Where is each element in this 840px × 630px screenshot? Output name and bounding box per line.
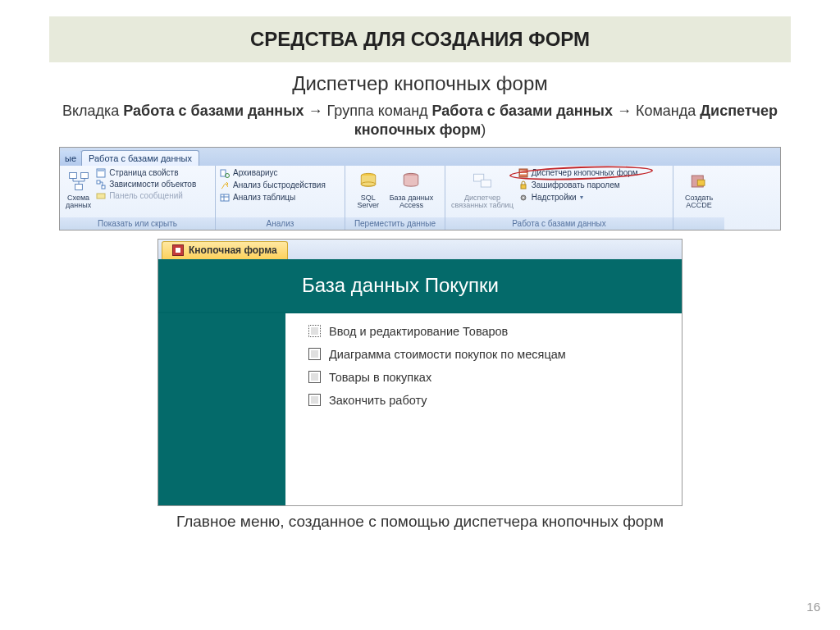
switchboard-form-screenshot: Кнопочная форма База данных Покупки Ввод… xyxy=(158,239,682,506)
form-titlebar: Кнопочная форма xyxy=(158,240,682,259)
messages-icon xyxy=(96,191,106,201)
path-b2: Работа с базами данных xyxy=(432,103,613,119)
svg-rect-19 xyxy=(521,185,526,189)
linked-tables-label: Диспетчерсвязанных таблиц xyxy=(451,194,514,210)
path-p4: ) xyxy=(481,121,486,138)
gear-icon xyxy=(518,193,528,203)
form-tab-label: Кнопочная форма xyxy=(189,244,277,256)
linked-tables-icon xyxy=(471,170,494,193)
svg-rect-0 xyxy=(69,172,76,178)
form-sidebar xyxy=(158,313,285,505)
schema-label: Схемаданных xyxy=(66,194,91,210)
svg-rect-23 xyxy=(697,180,705,185)
group-analysis-label: Анализ xyxy=(216,217,345,230)
group-move-label: Переместить данные xyxy=(345,217,445,230)
dependencies-item[interactable]: Зависимости объектов xyxy=(96,180,196,189)
ribbon-group-show: Схемаданных Страница свойств Зависимости… xyxy=(60,166,216,230)
switchboard-manager-item[interactable]: Диспетчер кнопочных форм xyxy=(518,168,638,178)
sql-server-button[interactable]: SQLServer xyxy=(355,168,381,212)
table-analysis-label: Анализ таблицы xyxy=(233,193,295,202)
menu-item-1-label: Ввод и редактирование Товаров xyxy=(329,325,508,338)
sql-server-icon xyxy=(357,170,380,193)
form-tab-icon xyxy=(172,244,184,256)
path-text: Вкладка Работа с базами данных → Группа … xyxy=(25,102,815,140)
perf-icon xyxy=(220,180,230,190)
perf-analysis-item[interactable]: Анализ быстродействия xyxy=(220,180,326,190)
form-header: База данных Покупки xyxy=(158,259,682,312)
menu-item-4-label: Закончить работу xyxy=(329,394,427,407)
addins-item[interactable]: Надстройки▾ xyxy=(518,193,638,203)
accde-label: СоздатьACCDE xyxy=(685,194,713,210)
properties-label: Страница свойств xyxy=(109,168,178,177)
dependencies-icon xyxy=(96,180,106,189)
slide-title: СРЕДСТВА ДЛЯ СОЗДАНИЯ ФОРМ xyxy=(49,16,791,62)
checkbox-icon xyxy=(308,371,321,383)
chevron-down-icon: ▾ xyxy=(580,194,583,201)
accde-icon xyxy=(687,170,710,193)
group-accde-label xyxy=(673,217,724,230)
menu-item-1[interactable]: Ввод и редактирование Товаров xyxy=(308,325,682,338)
svg-rect-17 xyxy=(520,171,527,172)
ribbon-tab-active[interactable]: Работа с базами данных xyxy=(81,150,199,166)
group-work-label: Работа с базами данных xyxy=(445,217,673,230)
messages-panel-item[interactable]: Панель сообщений xyxy=(96,191,196,201)
schema-button[interactable]: Схемаданных xyxy=(64,168,93,212)
switchboard-icon xyxy=(518,168,528,178)
svg-rect-4 xyxy=(98,170,104,171)
ribbon-group-move: SQLServer База данныхAccess Переместить … xyxy=(345,166,445,230)
menu-item-3-label: Товары в покупках xyxy=(329,371,431,384)
switchboard-label: Диспетчер кнопочных форм xyxy=(532,168,638,177)
path-b1: Работа с базами данных xyxy=(123,103,304,119)
table-analysis-icon xyxy=(220,193,230,203)
menu-item-4[interactable]: Закончить работу xyxy=(308,394,682,407)
archivarius-label: Архивариус xyxy=(233,168,278,177)
svg-point-21 xyxy=(523,197,524,199)
access-label: База данныхAccess xyxy=(390,194,434,210)
archivarius-item[interactable]: Архивариус xyxy=(220,168,326,178)
access-icon xyxy=(399,170,422,193)
svg-rect-5 xyxy=(97,180,100,184)
access-button[interactable]: База данныхAccess xyxy=(388,168,436,212)
messages-label: Панель сообщений xyxy=(109,191,183,200)
properties-icon xyxy=(96,168,106,178)
sql-server-label: SQLServer xyxy=(357,194,379,210)
lock-icon xyxy=(518,180,528,190)
path-p1: Вкладка xyxy=(62,103,123,119)
perf-label: Анализ быстродействия xyxy=(233,180,326,189)
page-number: 16 xyxy=(806,600,820,614)
svg-rect-7 xyxy=(97,194,105,199)
accde-button[interactable]: СоздатьACCDE xyxy=(683,168,714,212)
svg-rect-18 xyxy=(520,173,527,175)
ribbon-group-analysis: Архивариус Анализ быстродействия Анализ … xyxy=(216,166,345,230)
archivarius-icon xyxy=(220,168,230,178)
menu-item-2[interactable]: Диаграмма стоимости покупок по месяцам xyxy=(308,348,682,361)
svg-rect-10 xyxy=(221,194,229,201)
checkbox-icon xyxy=(308,348,321,360)
dependencies-label: Зависимости объектов xyxy=(109,180,196,189)
encrypt-item[interactable]: Зашифровать паролем xyxy=(518,180,638,190)
svg-rect-2 xyxy=(75,184,82,189)
form-tab[interactable]: Кнопочная форма xyxy=(162,241,288,259)
svg-rect-1 xyxy=(80,172,88,178)
ribbon-group-accde: СоздатьACCDE xyxy=(673,166,724,230)
encrypt-label: Зашифровать паролем xyxy=(532,180,620,189)
svg-rect-15 xyxy=(481,180,491,187)
addins-label: Надстройки xyxy=(532,193,577,202)
caption: Главное меню, созданное с помощью диспет… xyxy=(0,513,840,531)
table-analysis-item[interactable]: Анализ таблицы xyxy=(220,193,326,203)
form-menu: Ввод и редактирование Товаров Диаграмма … xyxy=(285,313,682,505)
ribbon-group-work: Диспетчерсвязанных таблиц Диспетчер кноп… xyxy=(445,166,673,230)
properties-page-item[interactable]: Страница свойств xyxy=(96,168,196,178)
linked-tables-button[interactable]: Диспетчерсвязанных таблиц xyxy=(450,168,515,212)
subtitle: Диспетчер кнопочных форм xyxy=(0,72,840,95)
menu-item-3[interactable]: Товары в покупках xyxy=(308,371,682,384)
checkbox-icon xyxy=(308,325,321,337)
path-p2: → Группа команд xyxy=(304,103,432,119)
group-show-label: Показать или скрыть xyxy=(60,217,215,230)
ribbon-screenshot: ые Работа с базами данных Схемаданных Ст… xyxy=(59,147,781,231)
schema-icon xyxy=(67,170,90,193)
menu-item-2-label: Диаграмма стоимости покупок по месяцам xyxy=(329,348,566,361)
path-p3: → Команда xyxy=(613,103,700,119)
ribbon-tab-cut[interactable]: ые xyxy=(60,151,82,166)
checkbox-icon xyxy=(308,394,321,406)
